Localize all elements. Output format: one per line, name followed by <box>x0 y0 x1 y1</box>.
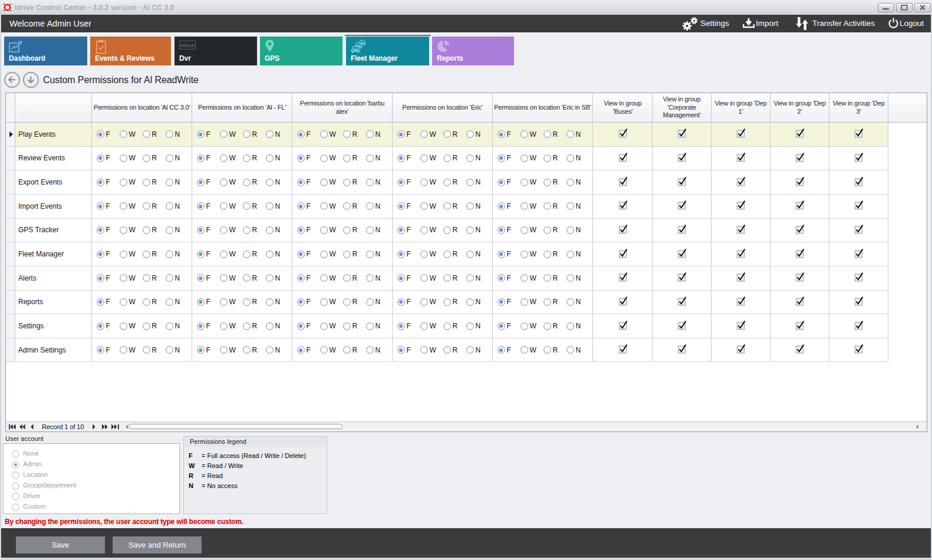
svg-text:MERGE: MERGE <box>180 44 195 48</box>
